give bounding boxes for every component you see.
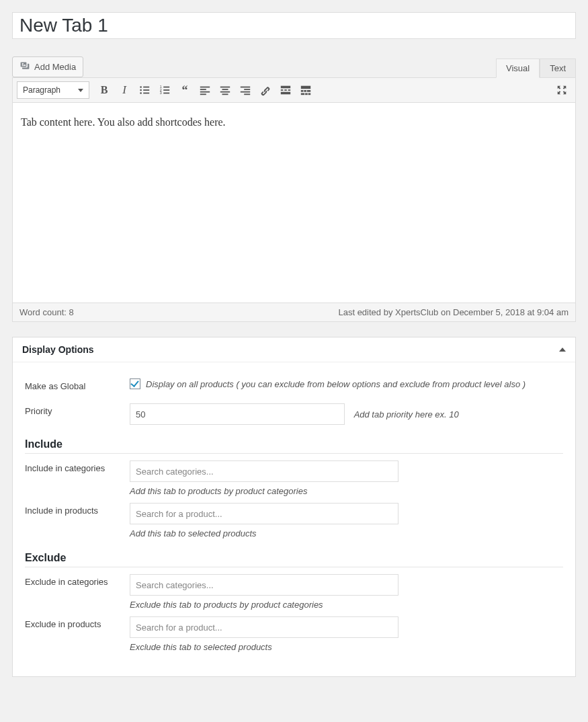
include-products-label: Include in products xyxy=(25,503,130,516)
media-icon xyxy=(19,61,30,73)
priority-label: Priority xyxy=(25,403,130,416)
svg-rect-19 xyxy=(222,93,228,95)
exclude-products-hint: Exclude this tab to selected products xyxy=(130,642,563,652)
svg-rect-34 xyxy=(305,93,308,95)
collapse-icon xyxy=(559,348,566,352)
svg-point-4 xyxy=(140,92,142,94)
blockquote-icon[interactable]: “ xyxy=(175,81,194,99)
svg-rect-11 xyxy=(163,93,169,94)
svg-rect-21 xyxy=(244,89,250,90)
exclude-section-title: Exclude xyxy=(25,552,563,567)
editor-content-area[interactable]: Tab content here. You also add shortcode… xyxy=(12,103,576,303)
include-section-title: Include xyxy=(25,438,563,454)
include-products-hint: Add this tab to selected products xyxy=(130,528,563,538)
svg-rect-24 xyxy=(281,86,290,89)
chevron-down-icon xyxy=(78,89,83,92)
svg-rect-35 xyxy=(308,93,311,95)
editor-footer: Word count: 8 Last edited by XpertsClub … xyxy=(12,303,576,322)
svg-rect-33 xyxy=(301,93,304,95)
svg-rect-26 xyxy=(284,89,287,91)
svg-rect-12 xyxy=(200,87,210,88)
svg-rect-1 xyxy=(143,87,149,88)
svg-rect-32 xyxy=(307,90,310,92)
italic-icon[interactable]: I xyxy=(115,81,134,99)
fullscreen-icon[interactable] xyxy=(552,81,571,99)
editor-mode-tabs: Visual Text xyxy=(496,58,576,77)
editor-toolbar: Paragraph B I 123 “ xyxy=(12,77,576,103)
align-right-icon[interactable] xyxy=(236,81,255,99)
svg-rect-28 xyxy=(281,92,290,95)
display-options-panel: Display Options Make as Global Display o… xyxy=(12,337,576,677)
include-categories-hint: Add this tab to products by product cate… xyxy=(130,486,563,496)
svg-rect-15 xyxy=(200,93,206,95)
global-checkbox[interactable] xyxy=(130,378,140,389)
bold-icon[interactable]: B xyxy=(95,81,114,99)
svg-rect-22 xyxy=(241,91,250,93)
exclude-products-input[interactable] xyxy=(130,616,398,638)
svg-rect-31 xyxy=(304,90,306,92)
svg-rect-9 xyxy=(163,89,169,91)
svg-text:3: 3 xyxy=(160,91,162,95)
svg-rect-3 xyxy=(143,89,149,91)
svg-point-2 xyxy=(140,89,142,91)
exclude-categories-hint: Exclude this tab to products by product … xyxy=(130,600,563,610)
format-select-label: Paragraph xyxy=(23,85,60,95)
panel-toggle[interactable]: Display Options xyxy=(13,337,575,362)
svg-point-0 xyxy=(140,86,142,88)
svg-rect-18 xyxy=(220,91,230,93)
add-media-label: Add Media xyxy=(34,62,76,72)
svg-rect-27 xyxy=(288,89,291,91)
read-more-icon[interactable] xyxy=(276,81,295,99)
include-products-input[interactable] xyxy=(130,503,398,524)
align-center-icon[interactable] xyxy=(216,81,235,99)
format-select[interactable]: Paragraph xyxy=(17,81,89,99)
svg-rect-5 xyxy=(143,93,149,94)
svg-rect-13 xyxy=(200,89,206,90)
link-icon[interactable] xyxy=(256,81,275,99)
exclude-products-label: Exclude in products xyxy=(25,616,130,629)
tab-text[interactable]: Text xyxy=(540,58,576,78)
panel-title: Display Options xyxy=(22,344,94,355)
svg-rect-7 xyxy=(163,87,169,88)
tab-title-input[interactable] xyxy=(12,12,576,39)
priority-input[interactable] xyxy=(130,403,345,425)
add-media-button[interactable]: Add Media xyxy=(12,56,83,77)
priority-hint: Add tab priority here ex. 10 xyxy=(354,409,459,419)
numbered-list-icon[interactable]: 123 xyxy=(155,81,174,99)
global-label: Make as Global xyxy=(25,378,130,391)
svg-rect-30 xyxy=(301,90,304,92)
toolbar-toggle-icon[interactable] xyxy=(296,81,315,99)
align-left-icon[interactable] xyxy=(196,81,214,99)
exclude-categories-label: Exclude in categories xyxy=(25,574,130,587)
svg-rect-17 xyxy=(222,89,228,90)
bullet-list-icon[interactable] xyxy=(135,81,154,99)
word-count: Word count: 8 xyxy=(19,307,74,317)
svg-rect-14 xyxy=(200,91,210,93)
svg-rect-23 xyxy=(244,93,250,95)
include-categories-label: Include in categories xyxy=(25,460,130,473)
last-edited: Last edited by XpertsClub on December 5,… xyxy=(338,307,569,317)
global-hint: Display on all products ( you can exclud… xyxy=(146,379,526,389)
svg-rect-29 xyxy=(301,86,310,89)
svg-rect-25 xyxy=(281,89,284,91)
include-categories-input[interactable] xyxy=(130,460,398,482)
tab-visual[interactable]: Visual xyxy=(496,58,540,78)
exclude-categories-input[interactable] xyxy=(130,574,398,596)
svg-rect-20 xyxy=(241,87,250,88)
svg-rect-16 xyxy=(220,87,230,88)
